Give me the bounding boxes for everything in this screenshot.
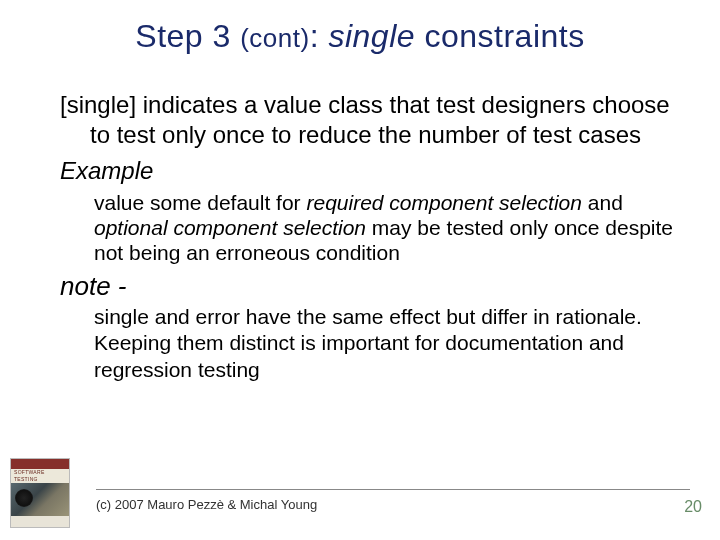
sub1-required: required component selection <box>306 191 582 214</box>
note-text: single and error have the same effect bu… <box>30 304 686 383</box>
example-label: Example <box>30 156 686 186</box>
thumb-band-top <box>11 459 69 469</box>
thumb-wheel-shape <box>15 489 33 507</box>
thumb-title-line1: SOFTWARE TESTING <box>14 469 45 482</box>
p1-lead: [single] <box>60 91 136 118</box>
thumb-photo <box>11 483 69 517</box>
example-text: value some default for required componen… <box>30 190 686 266</box>
book-cover-thumbnail: SOFTWARE TESTING AND ANALYSIS <box>10 458 70 528</box>
title-colon: : <box>310 18 319 54</box>
slide-body: [single] indicates a value class that te… <box>30 90 686 383</box>
copyright-text: (c) 2007 Mauro Pezzè & Michal Young <box>96 497 317 512</box>
title-cont: (cont) <box>240 23 309 53</box>
thumb-title: SOFTWARE TESTING AND ANALYSIS <box>11 469 69 483</box>
p1-rest: indicates a value class that test design… <box>90 91 670 148</box>
thumb-band-bottom <box>11 516 69 527</box>
paragraph-single-definition: [single] indicates a value class that te… <box>30 90 686 150</box>
sub1-a: value some default for <box>94 191 306 214</box>
footer-divider <box>96 489 690 490</box>
slide-title: Step 3 (cont): single constraints <box>0 18 720 55</box>
title-single-word: single <box>328 18 415 54</box>
title-constraints: constraints <box>424 18 584 54</box>
sub1-b: and <box>582 191 623 214</box>
note-label: note - <box>30 270 686 303</box>
sub1-optional: optional component selection <box>94 216 366 239</box>
title-step: Step 3 <box>135 18 231 54</box>
slide: Step 3 (cont): single constraints [singl… <box>0 0 720 540</box>
page-number: 20 <box>684 498 702 516</box>
